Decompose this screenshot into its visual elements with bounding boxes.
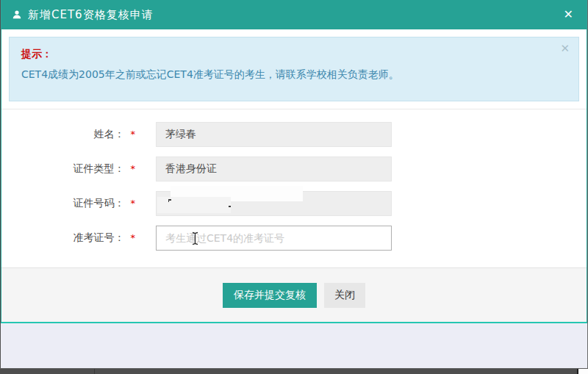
- admission-ticket-label-text: 准考证号：: [74, 231, 125, 243]
- id-type-label: 证件类型：*: [1, 162, 135, 176]
- name-label: 姓名：*: [1, 128, 135, 141]
- window-bottom-edge: [0, 368, 588, 374]
- id-number-label-text: 证件号码：: [74, 197, 125, 209]
- required-asterisk: *: [131, 129, 136, 140]
- id-type-input-wrap: [156, 157, 392, 181]
- id-number-input-wrap: [156, 191, 392, 216]
- id-number-label: 证件号码：*: [1, 197, 135, 210]
- alert-close-icon[interactable]: ✕: [560, 42, 570, 55]
- modal-footer: 保存并提交复核 关闭: [1, 267, 587, 322]
- user-icon: [12, 10, 22, 20]
- name-label-text: 姓名：: [94, 128, 125, 140]
- id-type-input[interactable]: [156, 157, 392, 181]
- required-asterisk: *: [131, 163, 136, 174]
- name-input-wrap: [156, 122, 392, 147]
- admission-ticket-label: 准考证号：*: [1, 231, 135, 245]
- modal-body: ✕ 提示： CET4成绩为2005年之前或忘记CET4准考证号的考生，请联系学校…: [1, 37, 587, 275]
- modal-dialog: 新增CET6资格复核申请 ✕ ✕ 提示： CET4成绩为2005年之前或忘记CE…: [1, 0, 587, 323]
- id-type-label-text: 证件类型：: [74, 162, 125, 174]
- modal-header: 新增CET6资格复核申请 ✕: [1, 0, 587, 29]
- redaction-artifact: [168, 199, 171, 201]
- review-application-form: 姓名：* 证件类型：* 证件号码：*: [1, 109, 587, 251]
- admission-ticket-input-wrap: [156, 226, 392, 251]
- alert-message: CET4成绩为2005年之前或忘记CET4准考证号的考生，请联系学校相关负责老师…: [21, 68, 567, 82]
- form-row-admission-ticket: 准考证号：*: [1, 226, 587, 251]
- required-asterisk: *: [131, 198, 136, 209]
- page-background: 新增CET6资格复核申请 ✕ ✕ 提示： CET4成绩为2005年之前或忘记CE…: [0, 0, 588, 374]
- form-row-id-type: 证件类型：*: [1, 157, 587, 181]
- admission-ticket-input[interactable]: [156, 226, 392, 251]
- form-row-id-number: 证件号码：*: [1, 191, 587, 216]
- modal-title: 新增CET6资格复核申请: [28, 8, 154, 22]
- form-row-name: 姓名：*: [1, 122, 587, 147]
- redaction-artifact: [229, 206, 231, 207]
- alert-title: 提示：: [21, 48, 567, 61]
- alert-info: ✕ 提示： CET4成绩为2005年之前或忘记CET4准考证号的考生，请联系学校…: [9, 37, 579, 101]
- save-submit-button[interactable]: 保存并提交复核: [223, 283, 317, 308]
- close-button[interactable]: 关闭: [324, 283, 365, 308]
- name-input[interactable]: [156, 122, 392, 147]
- window-edge-notch: [94, 369, 95, 374]
- close-icon[interactable]: ✕: [564, 7, 573, 22]
- window-corner-box: [577, 369, 588, 374]
- required-asterisk: *: [131, 232, 136, 243]
